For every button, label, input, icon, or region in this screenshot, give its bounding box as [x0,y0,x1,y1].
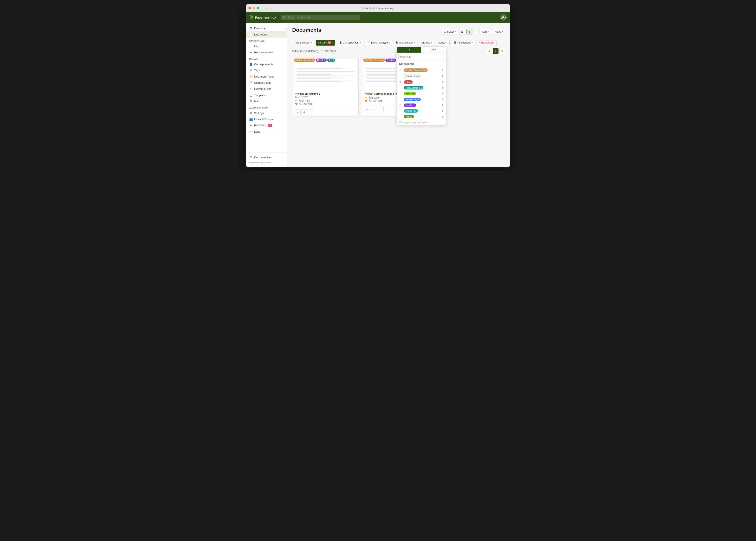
search-icon: 🔍 [283,16,286,19]
select-icon: ☐ [444,30,446,33]
permissions-caret: ▾ [472,42,473,44]
sidebar-item-recently-added[interactable]: ★ Recently Added [246,49,287,55]
title-content-filter[interactable]: Title & content ▾ [292,40,314,45]
tag-count: 0 [442,75,443,77]
tags-tab-all[interactable]: All [397,47,421,53]
tags-list-item[interactable]: New Tag 0 [397,91,446,97]
correspondent-filter[interactable]: 👤 Correspondent ▾ [337,40,363,45]
tags-caret: ▾ [332,42,333,44]
tags-list-item[interactable]: ✓ Another Sample Tag 2 [397,67,446,73]
sidebar-item-documents[interactable]: 📄 Documents [246,31,287,38]
sidebar-item-tags[interactable]: # Tags [246,67,287,73]
close-dot[interactable] [248,7,251,9]
edit-button[interactable]: ✏ [295,110,301,115]
document-type-filter[interactable]: 📄 Document type ▾ [365,40,392,45]
tags-list: ✓ Another Sample Tag 2 double-sided 0 [397,67,446,120]
tags-search [397,53,446,61]
sidebar-item-settings[interactable]: ⚙ Settings [246,110,287,116]
forward-button[interactable]: › [269,6,273,10]
sidebar-item-file-tasks[interactable]: ≡ File Tasks 16 [246,122,287,129]
file-tasks-badge: 16 [268,124,272,127]
permissions-filter[interactable]: 👤 Permissions ▾ [451,40,475,45]
sidebar-item-documentation[interactable]: ? Documentation [246,154,287,161]
download-button[interactable]: ↓ [378,107,384,112]
correspondents-icon: 👤 [249,63,253,66]
sidebar-item-correspondents[interactable]: 👤 Correspondents [246,61,287,67]
title-content-caret: ▾ [311,42,312,44]
preview-button[interactable]: 👁 [371,107,377,112]
tag-pill: Another Sample Tag [404,68,428,72]
reset-filters-button[interactable]: × Reset filters [477,40,496,45]
tags-not-assigned[interactable]: Not assigned [397,61,446,67]
tags-list-item[interactable]: Partial Tag 0 [397,108,446,114]
next-page-button[interactable]: » [499,48,505,54]
created-filter[interactable]: Created ▾ [419,40,434,45]
storage-path-icon: 🗄 [396,41,398,44]
calendar-icon: 📅 [365,100,367,103]
version-label: Paperless-ngx v2.0.0 [246,161,287,165]
tag-count: 0 [442,92,443,95]
tag-pill: Partial Tag [404,109,418,113]
saved-views-label: SAVED VIEWS [246,38,287,43]
sidebar: ⊞ Dashboard 📄 Documents SAVED VIEWS ↓ In… [246,23,287,167]
dashboard-icon: ⊞ [249,27,253,30]
sidebar-item-users-groups[interactable]: 👥 Users & Groups [246,116,287,122]
edit-button[interactable]: ✏ [365,107,370,112]
prev-page-button[interactable]: « [486,48,492,54]
doc-tag: NewOne [385,59,396,62]
grid-view-button[interactable]: ⊞ [467,29,472,34]
sidebar-item-logs[interactable]: ≡ Logs [246,129,287,135]
doc-actions: ✏ 👁 ↓ [292,108,358,117]
tag-pill: Just another tag [404,86,423,90]
sidebar-item-dashboard[interactable]: ⊞ Dashboard [246,25,287,31]
sort-button[interactable]: Sort ▾ [480,29,491,34]
tags-list-item[interactable]: Newest Tag 2 0 [397,97,446,102]
sidebar-item-inbox[interactable]: ↓ Inbox [246,43,287,49]
views-button[interactable]: Views ▾ [492,29,505,34]
tags-search-input[interactable] [398,54,444,59]
added-filter[interactable]: Added ▾ [436,40,450,45]
tag-count: 0 [442,81,443,83]
storage-path-filter[interactable]: 🗄 Storage path ▾ [394,40,418,45]
tags-filter-button[interactable]: 🏷 Tags 3 ▾ [316,40,335,46]
tag-pill: Inbox [404,80,413,84]
tags-list-item[interactable]: Tag 12 0 [397,114,446,120]
back-button[interactable]: ‹ [265,6,268,10]
tags-list-item[interactable]: ✕ Inbox 0 [397,79,446,85]
sidebar-item-custom-fields[interactable]: ✦ Custom Fields [246,86,287,92]
tag-count: 0 [442,98,443,101]
check-icon: ✓ [399,104,402,107]
tags-dropdown: All Any Not assigned ✓ Another Sample Ta… [397,47,446,125]
select-button[interactable]: ☐ Select ▾ [442,29,458,34]
download-button[interactable]: ↓ [308,110,314,115]
list-view-button[interactable]: ☰ [459,29,465,34]
document-type-caret: ▾ [389,42,390,44]
document-card[interactable]: Another Sample Tag NewOne Tag 2 [292,57,359,117]
tags-list-item[interactable]: double-sided 0 [397,73,446,79]
current-page-button[interactable]: 1 [493,48,498,54]
sidebar-item-mail[interactable]: ✉ Mail [246,98,287,104]
sidebar-item-document-types[interactable]: 📁 Document Types [246,73,287,80]
storage-paths-icon: 🗄 [249,81,253,84]
check-icon: ✓ [399,69,402,72]
page-title: Documents [292,27,321,33]
search-input[interactable] [281,15,360,20]
tags-list-item[interactable]: Just another tag 0 [397,85,446,91]
main-content: Documents ☐ Select ▾ ☰ ⊞ ≡ Sort ▾ [287,23,510,167]
preview-button[interactable]: 👁 [301,110,307,115]
sidebar-item-storage-paths[interactable]: 🗄 Storage Paths [246,80,287,86]
minimize-dot[interactable] [253,7,255,9]
document-type-icon: 📄 [367,41,370,44]
tags-tab-any[interactable]: Any [421,47,446,53]
maximize-dot[interactable] [257,7,259,9]
tag-pill: double-sided [404,74,421,78]
results-reset[interactable]: × Reset filters [321,50,336,52]
user-avatar[interactable]: ▾ [500,14,507,21]
sidebar-item-templates[interactable]: 📋 Templates [246,92,287,98]
detail-view-button[interactable]: ≡ [474,29,479,34]
tags-list-item[interactable]: ✓ NewOne 2 [397,102,446,108]
search-wrap: 🔍 [281,15,360,20]
filter-toolbar: Title & content ▾ 🏷 Tags 3 ▾ 👤 Correspon… [292,40,505,46]
doc-tags: Another Sample Tag NewOne Tag 2 [294,59,335,62]
tag-count: 2 [442,104,443,106]
